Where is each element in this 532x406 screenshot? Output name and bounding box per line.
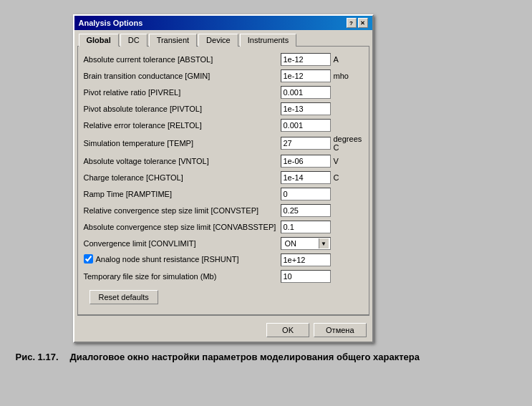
row-vntol: Absolute voltage tolerance [VNTOL] V (84, 154, 363, 168)
row-chgtol: Charge tolerance [CHGTOL] C (84, 170, 363, 185)
unit-temp: degrees C (331, 135, 363, 152)
row-ramptime: Ramp Time [RAMPTIME] (84, 187, 363, 201)
cancel-button[interactable]: Отмена (314, 323, 366, 337)
input-ramptime[interactable] (281, 188, 331, 200)
input-pivrel[interactable] (281, 86, 331, 99)
row-tempfilesize: Temporary file size for simulation (Mb) (84, 269, 363, 284)
label-temp: Simulation temperature [TEMP] (84, 139, 281, 148)
tab-dc[interactable]: DC (120, 34, 147, 47)
input-gmin[interactable] (281, 69, 331, 82)
row-rshunt: Analog node shunt resistance [RSHUNT] (84, 253, 363, 267)
input-vntol[interactable] (281, 155, 331, 168)
unit-vntol: V (331, 157, 363, 165)
label-convlimit: Convergence limit [CONVLIMIT] (84, 239, 281, 248)
label-pivtol: Pivot absolute tolerance [PIVTOL] (84, 105, 281, 113)
title-bar: Analysis Options ? ✕ (74, 16, 372, 30)
label-abstol: Absolute current tolerance [ABSTOL] (84, 55, 281, 64)
row-pivtol: Pivot absolute tolerance [PIVTOL] (84, 102, 363, 116)
input-reltol[interactable] (281, 119, 331, 132)
unit-gmin: mho (331, 72, 363, 80)
tab-global[interactable]: Global (79, 34, 119, 47)
help-button[interactable]: ? (347, 18, 357, 28)
label-gmin: Brain transition conductance [GMIN] (84, 72, 281, 80)
select-arrow-icon[interactable]: ▼ (319, 238, 329, 248)
content-area: Absolute current tolerance [ABSTOL] A Br… (77, 46, 369, 315)
row-gmin: Brain transition conductance [GMIN] mho (84, 69, 363, 83)
tab-instruments[interactable]: Instruments (240, 34, 296, 47)
input-pivtol[interactable] (281, 102, 331, 115)
unit-abstol: A (331, 55, 363, 64)
input-abstol[interactable] (281, 53, 331, 66)
input-rshunt[interactable] (281, 253, 331, 266)
row-convstep: Relative convergence step size limit [CO… (84, 203, 363, 218)
label-chgtol: Charge tolerance [CHGTOL] (84, 173, 281, 182)
row-pivrel: Pivot relative ratio [PIVREL] (84, 85, 363, 100)
caption: Рис. 1.17. Диалоговое окно настройки пар… (16, 352, 517, 362)
title-bar-buttons: ? ✕ (347, 18, 368, 28)
row-reltol: Relative error tolerance [RELTOL] (84, 118, 363, 132)
label-tempfilesize: Temporary file size for simulation (Mb) (84, 272, 281, 281)
input-tempfilesize[interactable] (281, 270, 331, 283)
tab-device[interactable]: Device (198, 34, 238, 47)
dialog-analysis-options: Analysis Options ? ✕ Global DC Transient… (73, 14, 374, 343)
checkbox-rshunt-container: Analog node shunt resistance [RSHUNT] (84, 254, 281, 264)
input-temp[interactable] (281, 137, 331, 150)
dialog-title: Analysis Options (79, 19, 143, 27)
caption-text: Диалоговое окно настройки параметров мод… (70, 352, 420, 362)
input-chgtol[interactable] (281, 171, 331, 184)
label-vntol: Absolute voltage tolerance [VNTOL] (84, 157, 281, 165)
caption-fig: Рис. 1.17. (16, 352, 59, 362)
row-abstol: Absolute current tolerance [ABSTOL] A (84, 52, 363, 67)
label-reltol: Relative error tolerance [RELTOL] (84, 121, 281, 130)
unit-chgtol: C (331, 173, 363, 182)
row-temp: Simulation temperature [TEMP] degrees C (84, 135, 363, 152)
label-convstep: Relative convergence step size limit [CO… (84, 206, 281, 215)
tabs-container: Global DC Transient Device Instruments (74, 30, 372, 46)
row-convlimit: Convergence limit [CONVLIMIT] ON ▼ (84, 236, 363, 251)
input-convstep[interactable] (281, 204, 331, 217)
reset-defaults-button[interactable]: Reset defaults (90, 290, 158, 304)
page-wrapper: Analysis Options ? ✕ Global DC Transient… (16, 14, 517, 362)
select-convlimit[interactable]: ON ▼ (281, 237, 331, 250)
select-convlimit-value: ON (283, 239, 319, 248)
tab-transient[interactable]: Transient (149, 34, 197, 47)
label-pivrel: Pivot relative ratio [PIVREL] (84, 88, 281, 97)
label-ramptime: Ramp Time [RAMPTIME] (84, 190, 281, 198)
close-button[interactable]: ✕ (358, 18, 368, 28)
buttons-area: Reset defaults (84, 286, 363, 309)
row-convabsstep: Absolute convergence step size limit [CO… (84, 220, 363, 234)
ok-button[interactable]: OK (266, 323, 309, 337)
checkbox-rshunt[interactable] (84, 254, 93, 264)
dialog-footer: OK Отмена (74, 319, 372, 342)
label-rshunt: Analog node shunt resistance [RSHUNT] (96, 255, 243, 264)
label-convabsstep: Absolute convergence step size limit [CO… (84, 223, 281, 231)
input-convabsstep[interactable] (281, 221, 331, 233)
